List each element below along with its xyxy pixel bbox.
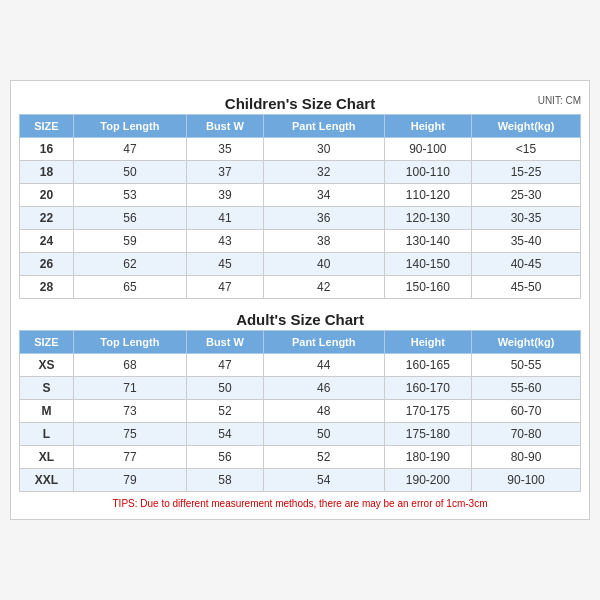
data-cell: <15 (472, 138, 581, 161)
data-cell: 140-150 (384, 253, 471, 276)
size-cell: 18 (20, 161, 74, 184)
data-cell: 50 (263, 423, 384, 446)
size-cell: S (20, 377, 74, 400)
table-row: 1647353090-100<15 (20, 138, 581, 161)
table-row: 22564136120-13030-35 (20, 207, 581, 230)
data-cell: 150-160 (384, 276, 471, 299)
data-cell: 56 (186, 446, 263, 469)
data-cell: 70-80 (472, 423, 581, 446)
data-cell: 190-200 (384, 469, 471, 492)
table-row: 20533934110-12025-30 (20, 184, 581, 207)
data-cell: 160-165 (384, 354, 471, 377)
data-cell: 30-35 (472, 207, 581, 230)
chart-container: Children's Size Chart UNIT: CM SIZE Top … (10, 80, 590, 520)
data-cell: 170-175 (384, 400, 471, 423)
data-cell: 110-120 (384, 184, 471, 207)
data-cell: 73 (73, 400, 186, 423)
data-cell: 65 (73, 276, 186, 299)
adult-col-top-length-header: Top Length (73, 331, 186, 354)
data-cell: 90-100 (384, 138, 471, 161)
size-cell: 26 (20, 253, 74, 276)
data-cell: 54 (186, 423, 263, 446)
data-cell: 50-55 (472, 354, 581, 377)
data-cell: 39 (186, 184, 263, 207)
data-cell: 68 (73, 354, 186, 377)
data-cell: 55-60 (472, 377, 581, 400)
size-cell: 20 (20, 184, 74, 207)
size-cell: 16 (20, 138, 74, 161)
data-cell: 15-25 (472, 161, 581, 184)
adult-col-size-header: SIZE (20, 331, 74, 354)
data-cell: 47 (186, 354, 263, 377)
data-cell: 36 (263, 207, 384, 230)
data-cell: 43 (186, 230, 263, 253)
children-table: SIZE Top Length Bust W Pant Length Heigh… (19, 114, 581, 299)
data-cell: 46 (263, 377, 384, 400)
data-cell: 58 (186, 469, 263, 492)
col-height-header: Height (384, 115, 471, 138)
data-cell: 38 (263, 230, 384, 253)
adult-col-height-header: Height (384, 331, 471, 354)
size-cell: 24 (20, 230, 74, 253)
data-cell: 30 (263, 138, 384, 161)
data-cell: 40-45 (472, 253, 581, 276)
children-header-row: SIZE Top Length Bust W Pant Length Heigh… (20, 115, 581, 138)
data-cell: 77 (73, 446, 186, 469)
table-row: 18503732100-11015-25 (20, 161, 581, 184)
data-cell: 71 (73, 377, 186, 400)
table-row: S715046160-17055-60 (20, 377, 581, 400)
unit-label: UNIT: CM (538, 95, 581, 106)
data-cell: 56 (73, 207, 186, 230)
data-cell: 50 (186, 377, 263, 400)
table-row: XS684744160-16550-55 (20, 354, 581, 377)
data-cell: 180-190 (384, 446, 471, 469)
tips-text: TIPS: Due to different measurement metho… (19, 492, 581, 511)
size-cell: L (20, 423, 74, 446)
adult-header-row: SIZE Top Length Bust W Pant Length Heigh… (20, 331, 581, 354)
children-section-title: Children's Size Chart UNIT: CM (19, 89, 581, 114)
col-size-header: SIZE (20, 115, 74, 138)
data-cell: 25-30 (472, 184, 581, 207)
data-cell: 45-50 (472, 276, 581, 299)
table-row: XL775652180-19080-90 (20, 446, 581, 469)
data-cell: 35-40 (472, 230, 581, 253)
data-cell: 175-180 (384, 423, 471, 446)
adult-table: SIZE Top Length Bust W Pant Length Heigh… (19, 330, 581, 492)
table-row: XXL795854190-20090-100 (20, 469, 581, 492)
data-cell: 90-100 (472, 469, 581, 492)
table-row: 26624540140-15040-45 (20, 253, 581, 276)
data-cell: 130-140 (384, 230, 471, 253)
data-cell: 44 (263, 354, 384, 377)
size-cell: 22 (20, 207, 74, 230)
data-cell: 60-70 (472, 400, 581, 423)
data-cell: 54 (263, 469, 384, 492)
data-cell: 80-90 (472, 446, 581, 469)
data-cell: 47 (73, 138, 186, 161)
data-cell: 42 (263, 276, 384, 299)
data-cell: 79 (73, 469, 186, 492)
data-cell: 35 (186, 138, 263, 161)
data-cell: 37 (186, 161, 263, 184)
col-weight-header: Weight(kg) (472, 115, 581, 138)
data-cell: 41 (186, 207, 263, 230)
data-cell: 40 (263, 253, 384, 276)
col-top-length-header: Top Length (73, 115, 186, 138)
table-row: 28654742150-16045-50 (20, 276, 581, 299)
data-cell: 53 (73, 184, 186, 207)
data-cell: 75 (73, 423, 186, 446)
table-row: 24594338130-14035-40 (20, 230, 581, 253)
table-row: L755450175-18070-80 (20, 423, 581, 446)
data-cell: 59 (73, 230, 186, 253)
data-cell: 62 (73, 253, 186, 276)
data-cell: 32 (263, 161, 384, 184)
data-cell: 52 (186, 400, 263, 423)
adult-col-bust-w-header: Bust W (186, 331, 263, 354)
adult-col-weight-header: Weight(kg) (472, 331, 581, 354)
data-cell: 52 (263, 446, 384, 469)
size-cell: 28 (20, 276, 74, 299)
children-title-text: Children's Size Chart (225, 95, 375, 112)
data-cell: 34 (263, 184, 384, 207)
data-cell: 160-170 (384, 377, 471, 400)
col-bust-w-header: Bust W (186, 115, 263, 138)
size-cell: XS (20, 354, 74, 377)
